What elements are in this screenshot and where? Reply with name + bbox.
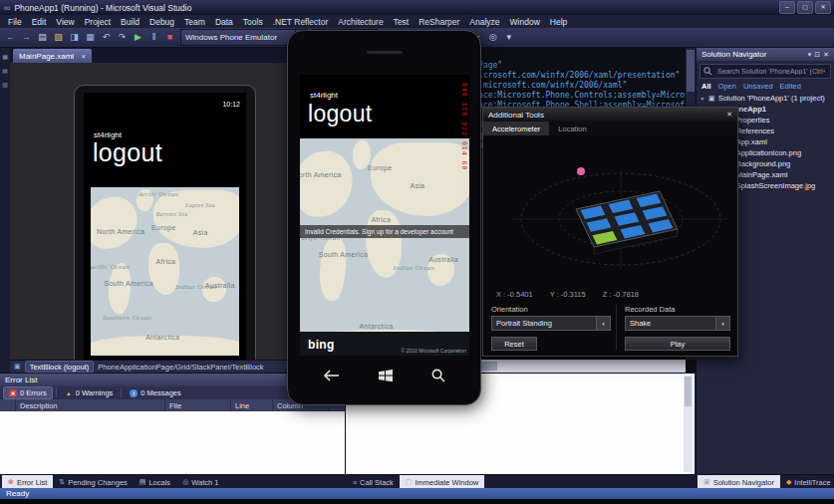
orientation-handle[interactable]	[577, 167, 585, 175]
close-icon[interactable]: ✕	[726, 111, 732, 119]
nav-forward-icon[interactable]: →	[20, 31, 33, 44]
filter-open[interactable]: Open	[718, 82, 736, 91]
open-file-icon[interactable]: ▧	[52, 31, 65, 44]
server-explorer-tab-icon[interactable]: ▤	[2, 67, 8, 74]
menu-file[interactable]: File	[3, 17, 27, 27]
panel-header-icons: ▾ ⊡ ✕	[808, 51, 829, 59]
status-bar: Ready	[0, 488, 834, 499]
phone-3d-model[interactable]	[576, 191, 678, 254]
tab-solution-navigator[interactable]: ▣Solution Navigator	[697, 475, 780, 489]
redo-icon[interactable]: ↷	[116, 31, 129, 44]
emulator-screen[interactable]: st4rlight logout 046 1C0 022 014 60 Nort…	[300, 75, 469, 356]
solnav-search[interactable]	[699, 64, 831, 79]
save-all-icon[interactable]: ▦	[84, 31, 97, 44]
scrollbar-thumb[interactable]	[687, 50, 695, 92]
designer-phone-screen[interactable]: 10:12 st4rlight logout Arctic OceanLapte…	[84, 93, 246, 360]
menu-data[interactable]: Data	[210, 17, 238, 27]
warning-icon: ▲	[65, 389, 73, 397]
tab-call-stack[interactable]: ≡Call Stack	[347, 475, 400, 489]
orientation-select[interactable]: Portrait Standing ▾	[491, 316, 611, 331]
toolbox-tab-icon[interactable]: ▦	[2, 53, 8, 60]
tab-watch-1[interactable]: ◎Watch 1	[176, 475, 224, 489]
menu-debug[interactable]: Debug	[144, 17, 179, 27]
close-icon[interactable]: ✕	[81, 53, 86, 60]
tab-pending-changes[interactable]: ⇅Pending Changes	[53, 475, 134, 489]
continue-icon[interactable]: ▶	[132, 31, 144, 44]
menu-tools[interactable]: Tools	[238, 17, 268, 27]
document-outline-tab-icon[interactable]: ▥	[2, 81, 8, 88]
tree-item-solution-phoneapp1-1-project[interactable]: ▾▣Solution 'PhoneApp1' (1 project)	[696, 93, 834, 104]
solution-navigator-header[interactable]: Solution Navigator ▾ ⊡ ✕	[696, 48, 834, 61]
back-button[interactable]	[323, 370, 340, 381]
menu-analyze[interactable]: Analyze	[464, 17, 504, 27]
play-button[interactable]: Play	[625, 337, 730, 351]
filter-0-errors[interactable]: ✕0 Errors	[3, 386, 53, 399]
additional-tools-title-bar[interactable]: Additional Tools ✕	[483, 108, 737, 122]
tab-mainpage-xaml[interactable]: MainPage.xaml ✕	[13, 49, 92, 63]
search-button[interactable]	[431, 369, 445, 382]
undo-icon[interactable]: ↶	[100, 31, 113, 44]
errorlist-grid[interactable]	[0, 411, 345, 474]
recorded-data-select[interactable]: Shake ▾	[625, 316, 730, 331]
tab-immediate-window[interactable]: ▢Immediate Window	[400, 475, 484, 489]
filter-0-messages[interactable]: i0 Messages	[125, 387, 185, 398]
column-description[interactable]: Description	[16, 399, 165, 411]
chevron-down-icon[interactable]: ▾	[808, 51, 812, 59]
toolbar-options-icon[interactable]: ▾	[502, 31, 515, 44]
menu-resharper[interactable]: ReSharper	[414, 17, 464, 27]
stop-debug-icon[interactable]: ■	[163, 31, 176, 44]
visual-studio-window: ∞ PhoneApp1 (Running) - Microsoft Visual…	[0, 0, 834, 504]
save-icon[interactable]: ◨	[68, 31, 81, 44]
filter-unsaved[interactable]: Unsaved	[743, 82, 773, 91]
reset-button[interactable]: Reset	[491, 337, 537, 351]
menu-window[interactable]: Window	[505, 17, 545, 27]
accelerometer-3d-view[interactable]	[483, 135, 737, 285]
find-icon[interactable]: ◎	[486, 31, 499, 44]
maximize-button[interactable]: ▢	[797, 1, 813, 14]
close-icon[interactable]: ✕	[823, 51, 829, 59]
filter-0-warnings[interactable]: ▲0 Warnings	[60, 387, 119, 398]
filter-edited[interactable]: Edited	[780, 82, 801, 91]
tab-accelerometer[interactable]: Accelerometer	[483, 122, 549, 135]
start-button[interactable]	[378, 369, 394, 382]
orientation-value: Portrait Standing	[496, 319, 552, 328]
scrollbar[interactable]	[684, 376, 693, 472]
additional-tools-window: Additional Tools ✕ AccelerometerLocation…	[482, 107, 738, 357]
nav-back-icon[interactable]: ←	[4, 31, 17, 44]
tab-intellitrace[interactable]: ◆IntelliTrace	[780, 475, 834, 489]
search-input[interactable]	[715, 67, 827, 76]
menu-project[interactable]: Project	[80, 17, 116, 27]
close-button[interactable]: ✕	[815, 1, 831, 14]
menu-team[interactable]: Team	[179, 17, 210, 27]
menu-bar: FileEditViewProjectBuildDebugTeamDataToo…	[0, 15, 834, 28]
tree-label: App.xaml	[736, 137, 767, 146]
menu-net-reflector[interactable]: .NET Reflector	[268, 17, 334, 27]
left-rail: ▦▤▥	[0, 48, 10, 373]
tab-error-list[interactable]: ⊗Error List	[2, 475, 53, 489]
pin-icon[interactable]: ⊡	[814, 51, 820, 59]
break-all-icon[interactable]: ‖	[147, 31, 160, 44]
minimize-button[interactable]: ─	[779, 1, 795, 14]
menu-view[interactable]: View	[51, 17, 79, 27]
solnav-icon: ▣	[703, 478, 710, 486]
scrollbar-thumb[interactable]	[685, 377, 692, 406]
menu-help[interactable]: Help	[545, 17, 572, 27]
bing-logo: bing	[308, 338, 335, 352]
menu-test[interactable]: Test	[389, 17, 415, 27]
emulator-map[interactable]: North AmericaEuropeAsiaAfricaSouth Ameri…	[300, 138, 469, 356]
menu-edit[interactable]: Edit	[27, 17, 52, 27]
filter-all[interactable]: All	[701, 82, 711, 91]
menu-build[interactable]: Build	[116, 17, 144, 27]
tab-location[interactable]: Location	[549, 122, 595, 135]
column-line[interactable]: Line	[231, 399, 273, 411]
menu-architecture[interactable]: Architecture	[333, 17, 388, 27]
new-file-icon[interactable]: ▤	[36, 31, 49, 44]
map-label-asia: Asia	[411, 182, 425, 189]
expander-icon[interactable]: ▾	[699, 96, 705, 102]
tab-locals[interactable]: ▤Locals	[134, 475, 176, 489]
breadcrumb-path[interactable]: PhoneApplicationPage/Grid/StackPanel/Tex…	[98, 363, 263, 372]
column-file[interactable]: File	[165, 399, 231, 411]
carrier-label: st4rlight	[310, 91, 338, 100]
breadcrumb-selection[interactable]: TextBlock (logout)	[25, 361, 95, 373]
designer-phone-skin: 10:12 st4rlight logout Arctic OceanLapte…	[74, 85, 256, 360]
